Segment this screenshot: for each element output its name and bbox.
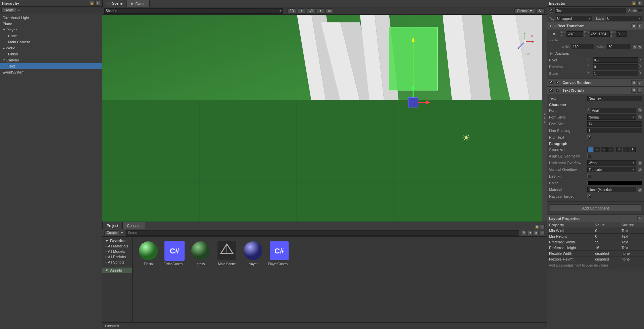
text-script-toggle[interactable] xyxy=(549,88,553,92)
shading-dropdown[interactable]: Shaded ▼ xyxy=(104,8,283,14)
align-bottom-btn[interactable]: ⬇ xyxy=(630,147,636,152)
hierarchy-item-canvas[interactable]: ▼ Canvas xyxy=(0,57,102,63)
layout-properties-info[interactable]: ℹ xyxy=(637,216,642,221)
pos-y-field[interactable] xyxy=(590,31,610,37)
tab-project[interactable]: Project xyxy=(102,222,122,229)
tab-game[interactable]: ▶ Game xyxy=(127,0,150,7)
hierarchy-item-player[interactable]: ▼ Player xyxy=(0,27,102,33)
asset-finish[interactable]: Finish xyxy=(137,241,160,266)
asset-player[interactable]: player xyxy=(241,241,265,266)
hierarchy-item-cube[interactable]: Cube xyxy=(0,33,102,39)
canvas-renderer-info[interactable]: ? xyxy=(637,80,642,85)
text-script-header[interactable]: Text (Script) ⚙ ? xyxy=(547,87,644,94)
align-justify-btn[interactable]: ≡ xyxy=(607,147,613,152)
horizontal-overflow-dropdown[interactable]: Wrap ▼ xyxy=(587,160,636,166)
project-menu-btn[interactable]: ≡ xyxy=(540,224,545,229)
height-field[interactable] xyxy=(607,44,630,49)
hierarchy-item-eventsystem[interactable]: EventSystem xyxy=(0,69,102,75)
material-dropdown[interactable]: None (Material) xyxy=(587,187,636,192)
font-style-menu[interactable]: ⊙ xyxy=(637,115,642,120)
height-lock-btn[interactable]: R xyxy=(637,44,642,49)
rotation-x-field[interactable] xyxy=(593,64,638,69)
font-size-field[interactable] xyxy=(587,121,642,127)
rect-transform-header[interactable]: ▼ ⊞ Rect Transform ⚙ ? xyxy=(547,22,644,30)
pos-z-field[interactable] xyxy=(616,31,627,37)
scale-x-field[interactable] xyxy=(593,71,638,76)
asset-grass[interactable]: grass xyxy=(189,241,212,266)
tab-console[interactable]: Console xyxy=(122,222,145,229)
vertical-overflow-menu[interactable]: ⊙ xyxy=(637,167,642,172)
canvas-renderer-checkbox[interactable] xyxy=(556,81,560,85)
hierarchy-dropdown-arrow[interactable]: ▼ xyxy=(17,9,20,12)
align-left-btn[interactable]: ≡ xyxy=(587,147,593,152)
raycast-target-checkbox[interactable] xyxy=(587,194,591,198)
rect-transform-info[interactable]: ? xyxy=(637,23,642,28)
static-checkbox[interactable] xyxy=(638,9,642,13)
align-middle-btn[interactable]: ↕ xyxy=(623,147,629,152)
gizmos-btn[interactable]: Gizmos ▼ xyxy=(514,8,535,13)
object-name-field[interactable] xyxy=(555,8,626,13)
vertical-overflow-dropdown[interactable]: Truncate ▼ xyxy=(587,167,636,172)
font-select-btn[interactable]: ⊙ xyxy=(637,108,642,112)
text-script-info[interactable]: ? xyxy=(637,88,642,93)
canvas-renderer-toggle[interactable] xyxy=(549,81,553,85)
scene-view-btn[interactable]: ⊞ xyxy=(326,8,333,13)
horizontal-overflow-menu[interactable]: ⊙ xyxy=(637,160,642,165)
hierarchy-create-btn[interactable]: Create xyxy=(1,8,16,13)
best-fit-checkbox[interactable] xyxy=(587,174,591,178)
audio-btn[interactable]: 🔊 xyxy=(307,8,315,13)
line-spacing-field[interactable] xyxy=(587,128,642,133)
hierarchy-menu-btn[interactable]: ≡ xyxy=(95,1,100,6)
add-component-button[interactable]: Add Component xyxy=(550,204,641,212)
material-select-btn[interactable]: ⊙ xyxy=(637,187,642,192)
width-field[interactable] xyxy=(572,44,594,49)
asset-main-scene[interactable]: Main Scene xyxy=(215,241,239,266)
width-lock-btn[interactable]: R xyxy=(632,44,637,49)
search-icon[interactable]: 🔍 xyxy=(522,231,527,235)
grid-view-btn[interactable]: ⊞ xyxy=(534,231,539,235)
canvas-renderer-header[interactable]: Canvas Renderer ⚙ ? xyxy=(547,79,644,86)
2d-toggle-btn[interactable]: 2D xyxy=(287,8,296,13)
text-script-checkbox[interactable] xyxy=(556,88,560,92)
sidebar-all-materials[interactable]: ○ All Materials xyxy=(102,243,132,249)
all-toggle[interactable]: All xyxy=(536,8,545,13)
inspector-menu-btn[interactable]: ≡ xyxy=(637,1,642,6)
object-active-checkbox[interactable] xyxy=(549,9,553,13)
sidebar-all-prefabs[interactable]: ○ All Prefabs xyxy=(102,254,132,260)
filter-btn[interactable]: ▼ xyxy=(528,231,533,235)
pos-x-field[interactable] xyxy=(566,31,583,37)
align-right-btn[interactable]: ≡ xyxy=(601,147,607,152)
hierarchy-item-directional-light[interactable]: Directional Light xyxy=(0,15,102,21)
rich-text-checkbox[interactable] xyxy=(587,135,591,139)
rect-transform-settings[interactable]: ⚙ xyxy=(631,23,636,28)
anchors-expand[interactable]: ▶ xyxy=(550,52,553,55)
hierarchy-item-finish[interactable]: Finish xyxy=(0,51,102,57)
hierarchy-item-main-camera[interactable]: Main Camera xyxy=(0,39,102,45)
color-swatch-container[interactable] xyxy=(587,181,642,185)
close-btn[interactable]: × xyxy=(540,231,545,235)
project-lock-btn[interactable]: 🔒 xyxy=(535,224,539,229)
sidebar-all-scripts[interactable]: ○ All Scripts xyxy=(102,260,132,265)
color-swatch[interactable] xyxy=(587,181,642,185)
font-style-dropdown[interactable]: Normal ▼ xyxy=(587,114,636,120)
asset-finish-controller[interactable]: C# FinishContro... xyxy=(163,241,186,266)
sidebar-all-models[interactable]: ○ All Models xyxy=(102,249,132,254)
align-by-geometry-checkbox[interactable] xyxy=(587,154,591,158)
font-dropdown[interactable]: Arial xyxy=(591,108,636,113)
lighting-btn[interactable]: ☀ xyxy=(298,8,305,13)
inspector-lock-btn[interactable]: 🔒 xyxy=(632,1,637,6)
canvas-renderer-settings[interactable]: ⚙ xyxy=(631,80,636,85)
hierarchy-item-plane[interactable]: Plane xyxy=(0,21,102,27)
layer-dropdown[interactable]: UI ▼ xyxy=(606,16,642,21)
align-top-btn[interactable]: ⬆ xyxy=(616,147,622,152)
sidebar-assets[interactable]: ▼ Assets xyxy=(102,268,132,273)
tab-scene[interactable]: ⬛ Scene xyxy=(102,0,127,7)
align-center-btn[interactable]: ≡ xyxy=(594,147,600,152)
pivot-x-field[interactable] xyxy=(593,57,638,63)
project-create-btn[interactable]: Create xyxy=(104,230,119,235)
scene-view[interactable]: ☀ xyxy=(102,15,547,222)
hierarchy-item-text[interactable]: Text xyxy=(0,63,102,69)
hierarchy-lock-btn[interactable]: 🔒 xyxy=(90,1,95,6)
text-script-settings[interactable]: ⚙ xyxy=(631,88,636,93)
project-search-input[interactable] xyxy=(126,230,519,236)
